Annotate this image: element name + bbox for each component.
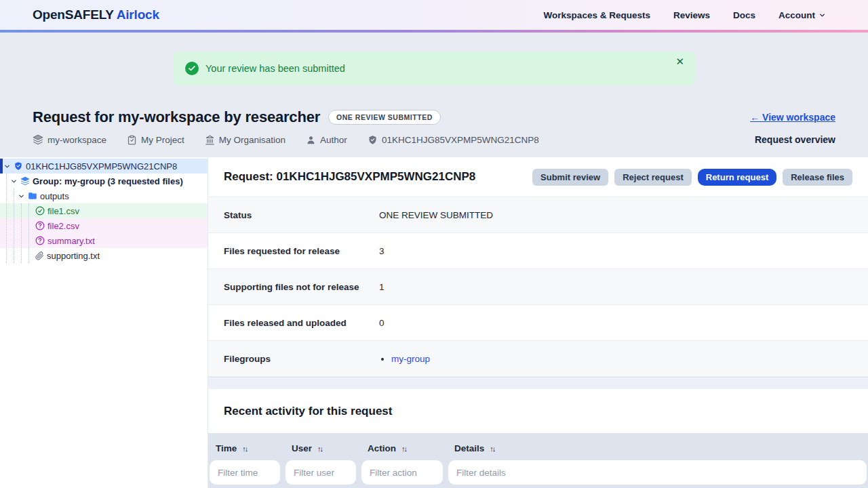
tree-item-label: summary.txt — [47, 236, 95, 246]
tree-item-label: outputs — [40, 191, 69, 201]
success-check-icon — [185, 62, 199, 75]
nav-menu: Workspaces & Requests Reviews Docs Accou… — [544, 10, 826, 20]
activity-title: Recent activity for this request — [224, 405, 392, 418]
detail-label: Files released and uploaded — [224, 318, 379, 328]
filter-action-input[interactable] — [361, 460, 443, 485]
reject-request-button[interactable]: Reject request — [614, 169, 692, 186]
nav-item-docs[interactable]: Docs — [733, 10, 755, 20]
folder-icon — [28, 191, 37, 201]
tree-item-label: supporting.txt — [47, 251, 100, 261]
detail-value: 1 — [379, 282, 384, 292]
meta-author: Author — [306, 135, 347, 145]
page-title: Request for my-workspace by researcher — [33, 108, 320, 126]
tree-item-request-root[interactable]: 01KHC1HJG85VXPMP5WNG21CNP8 — [0, 159, 208, 174]
filegroup-list-item: my-group — [391, 354, 430, 364]
detail-row-status: Status ONE REVIEW SUBMITTED — [208, 197, 868, 233]
tree-guide — [28, 203, 29, 263]
detail-value: 0 — [379, 318, 384, 328]
top-navbar: OpenSAFELYAirlock Workspaces & Requests … — [0, 0, 868, 30]
file-tree: 01KHC1HJG85VXPMP5WNG21CNP8 Group: my-gro… — [0, 157, 208, 263]
layers-icon — [33, 134, 43, 145]
request-title: Request: 01KHC1HJG85VXPMP5WNG21CNP8 — [224, 170, 475, 184]
filter-details-input[interactable] — [448, 460, 867, 485]
return-request-button[interactable]: Return request — [698, 169, 776, 186]
chevron-down-icon[interactable] — [3, 163, 11, 170]
column-header-action[interactable]: Action ↑↓ — [361, 443, 443, 453]
meta-project-label: My Project — [141, 135, 184, 145]
column-header-details[interactable]: Details ↑↓ — [448, 443, 867, 453]
chevron-down-icon[interactable] — [10, 178, 18, 185]
sort-icon[interactable]: ↑↓ — [242, 445, 247, 453]
brand-secondary: Airlock — [117, 7, 159, 22]
chevron-down-icon[interactable] — [18, 192, 25, 200]
detail-label: Supporting files not for release — [224, 282, 379, 292]
shield-icon — [368, 135, 378, 145]
release-files-button[interactable]: Release files — [783, 169, 852, 186]
brand-primary: OpenSAFELY — [33, 7, 114, 22]
tree-item-file1[interactable]: file1.csv — [0, 203, 208, 218]
brand-logo[interactable]: OpenSAFELYAirlock — [33, 7, 159, 22]
tree-item-outputs-folder[interactable]: outputs — [0, 188, 208, 203]
column-label: User — [292, 443, 312, 453]
nav-item-reviews[interactable]: Reviews — [673, 10, 710, 20]
column-header-user[interactable]: User ↑↓ — [285, 443, 356, 453]
activity-section-header: Recent activity for this request — [208, 389, 868, 433]
account-label: Account — [778, 10, 815, 20]
section-divider — [208, 377, 868, 389]
tree-guide — [6, 174, 7, 263]
detail-row-files-requested: Files requested for release 3 — [208, 233, 868, 269]
filter-user-input[interactable] — [285, 460, 356, 485]
meta-request-id-label: 01KHC1HJG85VXPMP5WNG21CNP8 — [382, 135, 539, 145]
paperclip-icon — [35, 251, 44, 260]
activity-table-header: Time ↑↓ User ↑↓ Action ↑↓ Details ↑↓ — [210, 436, 867, 460]
landmark-icon — [205, 135, 215, 145]
activity-table: Time ↑↓ User ↑↓ Action ↑↓ Details ↑↓ — [208, 433, 868, 488]
layers-icon — [20, 176, 30, 186]
tree-guide — [14, 188, 14, 263]
tree-item-group[interactable]: Group: my-group (3 requested files) — [0, 174, 208, 188]
nav-item-account[interactable]: Account — [778, 10, 826, 20]
detail-label: Status — [224, 210, 379, 220]
column-label: Time — [216, 443, 237, 453]
filter-time-input[interactable] — [210, 460, 280, 485]
page-header: Your review has been submitted ✕ Request… — [0, 33, 868, 157]
close-icon[interactable]: ✕ — [675, 56, 684, 66]
tree-guide — [21, 203, 22, 263]
view-workspace-link[interactable]: ← View workspace — [750, 112, 835, 123]
detail-label: Files requested for release — [224, 246, 379, 256]
tree-item-label: file2.csv — [47, 221, 79, 231]
request-details-table: Status ONE REVIEW SUBMITTED Files reques… — [208, 197, 868, 377]
question-circle-icon — [35, 221, 45, 230]
detail-row-files-released: Files released and uploaded 0 — [208, 305, 868, 341]
sort-icon[interactable]: ↑↓ — [490, 445, 494, 453]
detail-label: Filegroups — [224, 354, 379, 364]
alert-message: Your review has been submitted — [205, 63, 345, 74]
content-area: 01KHC1HJG85VXPMP5WNG21CNP8 Group: my-gro… — [0, 157, 868, 488]
tree-item-label: Group: my-group (3 requested files) — [33, 176, 183, 186]
meta-organisation-label: My Organisation — [219, 135, 285, 145]
shield-icon — [14, 161, 23, 171]
filegroup-link[interactable]: my-group — [391, 354, 430, 364]
detail-row-filegroups: Filegroups my-group — [208, 341, 868, 377]
user-icon — [306, 135, 316, 145]
meta-organisation: My Organisation — [205, 135, 285, 145]
sort-icon[interactable]: ↑↓ — [401, 445, 406, 453]
tree-item-summary[interactable]: summary.txt — [0, 233, 208, 248]
tree-item-label: 01KHC1HJG85VXPMP5WNG21CNP8 — [26, 161, 177, 171]
tree-item-supporting[interactable]: supporting.txt — [0, 248, 208, 263]
tree-item-label: file1.csv — [47, 206, 79, 216]
detail-value: ONE REVIEW SUBMITTED — [379, 210, 493, 220]
request-main-panel: Request: 01KHC1HJG85VXPMP5WNG21CNP8 Subm… — [208, 157, 868, 488]
nav-item-workspaces-requests[interactable]: Workspaces & Requests — [544, 10, 650, 20]
chevron-down-icon — [818, 12, 826, 19]
sort-icon[interactable]: ↑↓ — [317, 445, 322, 453]
filegroup-list: my-group — [379, 354, 430, 364]
column-header-time[interactable]: Time ↑↓ — [210, 443, 280, 453]
meta-workspace-label: my-workspace — [47, 135, 106, 145]
success-alert: Your review has been submitted ✕ — [173, 52, 695, 85]
tree-item-file2[interactable]: file2.csv — [0, 218, 208, 233]
status-badge: ONE REVIEW SUBMITTED — [328, 110, 441, 125]
request-actions: Submit review Reject request Return requ… — [532, 169, 852, 186]
activity-table-filters — [210, 460, 867, 485]
submit-review-button[interactable]: Submit review — [532, 169, 608, 186]
